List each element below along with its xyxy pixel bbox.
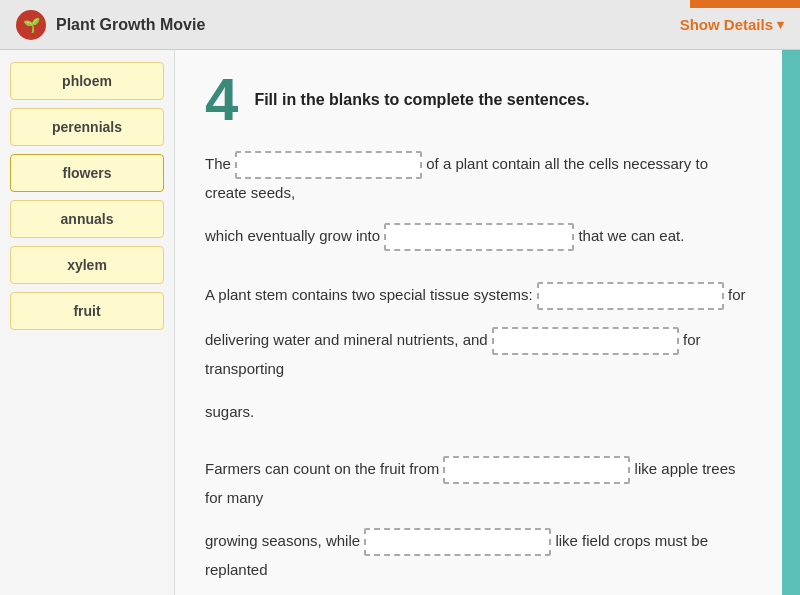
avatar: 🌱 bbox=[16, 10, 46, 40]
chevron-down-icon: ▾ bbox=[777, 17, 784, 32]
main-content: phloem perennials flowers annuals xylem … bbox=[0, 50, 800, 595]
s3b-text: for bbox=[728, 286, 746, 303]
blank-phloem[interactable] bbox=[492, 327, 679, 355]
sentence-3: A plant stem contains two special tissue… bbox=[205, 281, 752, 310]
accent-bar bbox=[690, 0, 800, 8]
sentence-3c: sugars. bbox=[205, 398, 752, 425]
sidebar-item-phloem[interactable]: phloem bbox=[10, 62, 164, 100]
sentence-2: which eventually grow into that we can e… bbox=[205, 222, 752, 251]
blank-fruit[interactable] bbox=[384, 223, 574, 251]
sidebar: phloem perennials flowers annuals xylem … bbox=[0, 50, 175, 595]
blank-xylem[interactable] bbox=[537, 282, 724, 310]
s3e-text: sugars. bbox=[205, 403, 254, 420]
question-instruction: Fill in the blanks to complete the sente… bbox=[254, 91, 589, 109]
sidebar-item-perennials[interactable]: perennials bbox=[10, 108, 164, 146]
s4c-text: growing seasons, while bbox=[205, 532, 360, 549]
question-header: 4 Fill in the blanks to complete the sen… bbox=[205, 70, 752, 130]
blank-annuals[interactable] bbox=[364, 528, 551, 556]
sidebar-item-fruit[interactable]: fruit bbox=[10, 292, 164, 330]
sidebar-item-flowers[interactable]: flowers bbox=[10, 154, 164, 192]
question-number: 4 bbox=[205, 70, 238, 130]
show-details-label: Show Details bbox=[680, 16, 773, 33]
s2a-text: which eventually grow into bbox=[205, 227, 380, 244]
s4a-text: Farmers can count on the fruit from bbox=[205, 460, 439, 477]
blank-flowers[interactable] bbox=[235, 151, 422, 179]
sentence-4b: growing seasons, while like field crops … bbox=[205, 527, 752, 583]
content-area: 4 Fill in the blanks to complete the sen… bbox=[175, 50, 782, 595]
app-header: 🌱 Plant Growth Movie Show Details ▾ bbox=[0, 0, 800, 50]
sentence-3b: delivering water and mineral nutrients, … bbox=[205, 326, 752, 382]
sidebar-item-annuals[interactable]: annuals bbox=[10, 200, 164, 238]
s1a-text: The bbox=[205, 155, 231, 172]
s2b-text: that we can eat. bbox=[578, 227, 684, 244]
blank-perennials[interactable] bbox=[443, 456, 630, 484]
header-left: 🌱 Plant Growth Movie bbox=[16, 10, 205, 40]
sentence-4: Farmers can count on the fruit from like… bbox=[205, 455, 752, 511]
s3a-text: A plant stem contains two special tissue… bbox=[205, 286, 533, 303]
s3c-text: delivering water and mineral nutrients, … bbox=[205, 331, 488, 348]
right-accent-bar bbox=[782, 50, 800, 595]
sentence-1: The of a plant contain all the cells nec… bbox=[205, 150, 752, 206]
sidebar-item-xylem[interactable]: xylem bbox=[10, 246, 164, 284]
show-details-button[interactable]: Show Details ▾ bbox=[680, 16, 784, 33]
app-title: Plant Growth Movie bbox=[56, 16, 205, 34]
